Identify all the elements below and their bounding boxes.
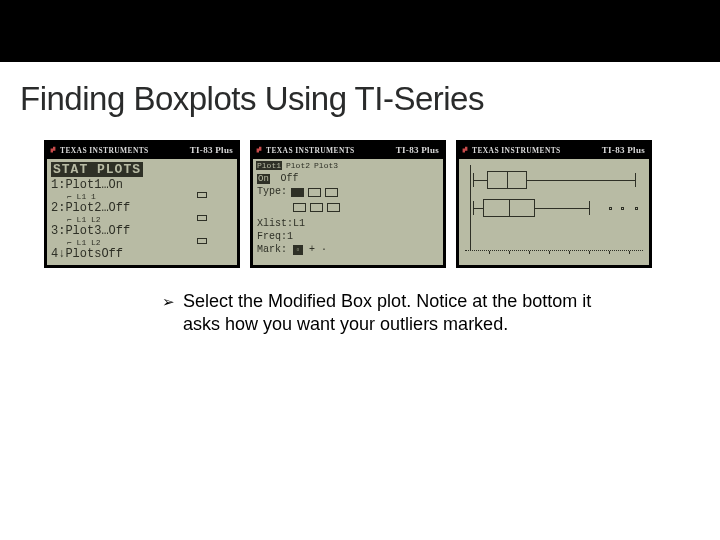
axis-tick [489,251,490,254]
plot3-line: 3:Plot3…Off [51,225,130,237]
plot1-line: 1:Plot1…On [51,179,123,191]
mark-label: Mark: [257,245,287,255]
axis-tick [589,251,590,254]
plot2-line: 2:Plot2…Off [51,202,130,214]
slide-top-bar [0,0,720,62]
axis-tick [609,251,610,254]
calculator-row: TEXAS INSTRUMENTS TI-83 Plus STAT PLOTS … [0,118,720,268]
bp2-median [509,199,510,217]
bp1-median [507,171,508,189]
type-histogram-icon [325,188,338,197]
plot-tabs: Plot1 Plot2 Plot3 [256,161,338,170]
plotsoff-line: 4↓PlotsOff [51,248,123,260]
bp2-left-cap [473,201,474,215]
freq-row: Freq:1 [257,232,293,242]
axis-tick [549,251,550,254]
off-label: Off [280,173,298,184]
type-xyline-icon [308,188,321,197]
plot1-sub: ⌐ L1 1 [67,192,96,201]
ti-logo-icon [49,146,57,154]
plot2-mini-icon [197,215,207,221]
stat-plots-header: STAT PLOTS [51,162,143,177]
bullet-block: ➢ Select the Modified Box plot. Notice a… [0,268,720,336]
tab-plot2: Plot2 [286,161,310,170]
plot1-mini-icon [197,192,207,198]
brand-label: TEXAS INSTRUMENTS [60,146,149,155]
lcd-boxplot-graph [459,159,649,265]
bullet-item: ➢ Select the Modified Box plot. Notice a… [162,290,600,336]
xlist-row: Xlist:L1 [257,219,305,229]
slide-title: Finding Boxplots Using TI-Series [0,62,720,118]
bp1-right-whisker [527,180,635,181]
lcd-plot-setup: Plot1 Plot2 Plot3 On Off Type: Xlist:L1 … [253,159,443,265]
bullet-arrow-icon: ➢ [162,290,175,336]
brand-label: TEXAS INSTRUMENTS [266,146,355,155]
type-row-2 [257,203,340,212]
calc-header: TEXAS INSTRUMENTS TI-83 Plus [459,143,649,159]
ti-logo-icon [461,146,469,154]
tab-plot3: Plot3 [314,161,338,170]
bp2-outlier [635,207,638,210]
calculator-3: TEXAS INSTRUMENTS TI-83 Plus [456,140,652,268]
mark-option-dot: · [321,245,327,255]
mark-option-box: ▫ [293,245,303,255]
plot3-sub: ⌐ L1 L2 [67,238,101,247]
model-label: TI-83 Plus [396,145,439,155]
bp2-right-cap [589,201,590,215]
type-normprob-icon [327,203,340,212]
ti-logo-icon [255,146,263,154]
tab-plot1: Plot1 [256,161,282,170]
bp2-outlier [609,207,612,210]
bp1-right-cap [635,173,636,187]
bp2-right-whisker [535,208,589,209]
model-label: TI-83 Plus [602,145,645,155]
on-label: On [257,174,270,184]
calculator-1: TEXAS INSTRUMENTS TI-83 Plus STAT PLOTS … [44,140,240,268]
plot3-mini-icon [197,238,207,244]
calc-header: TEXAS INSTRUMENTS TI-83 Plus [47,143,237,159]
brand-label: TEXAS INSTRUMENTS [472,146,561,155]
type-scatter-icon [291,188,304,197]
mark-row: Mark: ▫ + · [257,245,327,255]
type-boxplot-icon [310,203,323,212]
plot2-sub: ⌐ L1 L2 [67,215,101,224]
type-row-1: Type: [257,187,338,197]
model-label: TI-83 Plus [190,145,233,155]
axis-tick [509,251,510,254]
lcd-stat-plots: STAT PLOTS 1:Plot1…On ⌐ L1 1 2:Plot2…Off… [47,159,237,265]
calc-header: TEXAS INSTRUMENTS TI-83 Plus [253,143,443,159]
bp2-left-whisker [473,208,483,209]
bp1-left-whisker [473,180,487,181]
axis-tick [629,251,630,254]
type-modboxplot-icon [293,203,306,212]
axis-tick [569,251,570,254]
type-label: Type: [257,187,287,197]
calculator-2: TEXAS INSTRUMENTS TI-83 Plus Plot1 Plot2… [250,140,446,268]
bp2-outlier [621,207,624,210]
x-axis [465,250,643,251]
onoff-row: On Off [257,173,298,184]
bullet-text: Select the Modified Box plot. Notice at … [183,290,600,336]
axis-tick [529,251,530,254]
bp1-left-cap [473,173,474,187]
mark-option-plus: + [309,245,315,255]
y-axis [470,165,471,251]
